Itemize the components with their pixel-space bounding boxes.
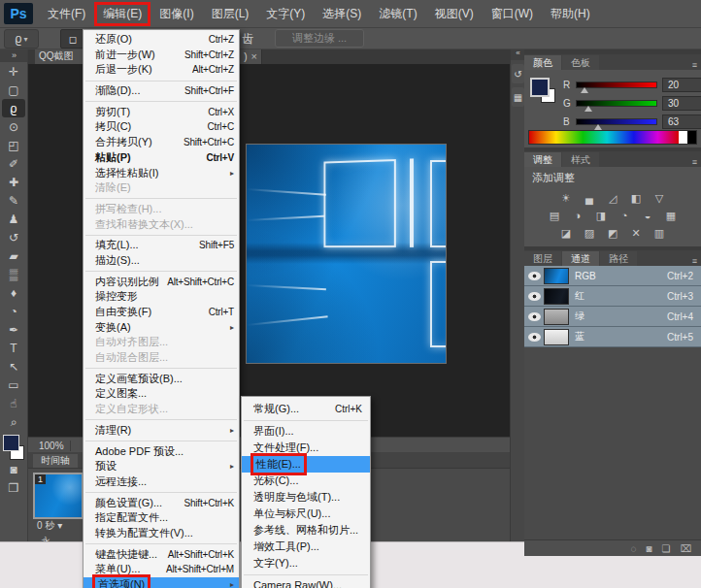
menu-edit[interactable]: 编辑(E) (94, 2, 150, 26)
submenu-item-camera-raw[interactable]: Camera Raw(W)... (242, 577, 370, 588)
close-icon[interactable]: × (251, 50, 257, 62)
submenu-item-type[interactable]: 文字(Y)... (242, 555, 370, 572)
panel-menu-icon[interactable]: ≡ (688, 157, 701, 167)
menu-item-adobe-pdf-presets[interactable]: Adobe PDF 预设... (83, 444, 239, 460)
expand-dock-button[interactable]: « (511, 49, 525, 60)
timeline-frame[interactable]: 1 (33, 473, 83, 519)
screen-mode-button[interactable]: ❐ (2, 478, 25, 497)
threshold-icon[interactable]: ◩ (605, 226, 621, 240)
menu-image[interactable]: 图像(I) (150, 2, 202, 26)
levels-icon[interactable]: ▄ (582, 191, 598, 205)
history-brush-tool[interactable]: ↺ (2, 228, 25, 246)
blur-tool[interactable]: ♦ (2, 283, 25, 302)
eraser-tool[interactable]: ▰ (2, 246, 25, 265)
menu-item-step-backward[interactable]: 后退一步(K)Alt+Ctrl+Z (83, 62, 239, 78)
menu-window[interactable]: 窗口(W) (483, 2, 542, 26)
menu-item-paste-special[interactable]: 选择性粘贴(I)▸ (83, 166, 239, 181)
crop-tool[interactable]: ◰ (2, 136, 25, 154)
frame-duration[interactable]: 0 秒 ▾ (37, 519, 62, 533)
submenu-item-transparency-gamut[interactable]: 透明度与色域(T)... (242, 489, 370, 506)
color-lookup-icon[interactable]: ▦ (663, 209, 680, 222)
tab-layers[interactable]: 图层 (524, 251, 561, 266)
spectrum-gradient[interactable] (529, 131, 679, 144)
menu-item-preferences[interactable]: 首选项(N)▸ (83, 577, 239, 588)
menu-help[interactable]: 帮助(H) (542, 2, 599, 26)
menu-item-paste[interactable]: 粘贴(P)Ctrl+V (83, 150, 239, 166)
menu-item-define-custom-shape[interactable]: 定义自定形状... (83, 402, 239, 417)
history-panel-button[interactable]: ↺ (512, 64, 524, 83)
red-value-field[interactable]: 20 (662, 78, 701, 92)
white-cell[interactable] (679, 131, 687, 144)
blue-slider[interactable] (576, 118, 657, 125)
slider-knob[interactable] (584, 106, 592, 112)
delete-channel-button[interactable]: ⌧ (680, 543, 691, 554)
panel-menu-icon[interactable]: ≡ (688, 256, 701, 266)
red-slider[interactable] (576, 82, 657, 88)
black-white-icon[interactable]: ◨ (593, 209, 610, 222)
menu-item-free-transform[interactable]: 自由变换(F)Ctrl+T (83, 305, 239, 320)
channel-mixer-icon[interactable]: ◒ (640, 209, 656, 222)
curves-icon[interactable]: ◿ (605, 191, 621, 205)
path-selection-tool[interactable]: ↖ (2, 357, 25, 376)
hue-saturation-icon[interactable]: ▤ (547, 209, 563, 222)
menu-file[interactable]: 文件(F) (39, 2, 94, 26)
submenu-item-guides-grid-slices[interactable]: 参考线、网格和切片... (242, 522, 370, 539)
menu-select[interactable]: 选择(S) (314, 2, 370, 26)
document-image[interactable] (246, 144, 447, 364)
eyedropper-tool[interactable]: ✐ (2, 154, 25, 173)
menu-item-keyboard-shortcuts[interactable]: 键盘快捷键...Alt+Shift+Ctrl+K (83, 547, 239, 563)
channel-row-red[interactable]: 红 Ctrl+3 (524, 286, 701, 307)
tab-styles[interactable]: 样式 (562, 152, 599, 167)
dodge-tool[interactable]: ◔ (2, 302, 25, 320)
menu-filter[interactable]: 滤镜(T) (370, 2, 425, 26)
blue-value-field[interactable]: 63 (662, 114, 701, 129)
green-slider[interactable] (576, 100, 657, 107)
tab-paths[interactable]: 路径 (600, 251, 637, 266)
channel-row-rgb[interactable]: RGB Ctrl+2 (524, 266, 701, 286)
menu-item-presets[interactable]: 预设▸ (83, 459, 239, 474)
brush-tool[interactable]: ✎ (2, 191, 25, 210)
gradient-map-icon[interactable]: ▥ (651, 226, 668, 240)
menu-item-auto-align-layers[interactable]: 自动对齐图层... (83, 335, 239, 350)
invert-icon[interactable]: ◪ (558, 226, 575, 240)
channel-row-blue[interactable]: 蓝 Ctrl+5 (524, 327, 701, 347)
hand-tool[interactable]: ☝ (2, 394, 25, 412)
submenu-item-performance[interactable]: 性能(E)... (242, 456, 370, 473)
tool-preset-picker[interactable]: ϱ ▾ (4, 29, 39, 49)
menu-item-auto-blend-layers[interactable]: 自动混合图层... (83, 350, 239, 366)
color-balance-icon[interactable]: ◑ (570, 209, 586, 222)
menu-layer[interactable]: 图层(L) (203, 2, 258, 26)
menu-item-transform[interactable]: 变换(A)▸ (83, 320, 239, 336)
brightness-contrast-icon[interactable]: ☀ (558, 191, 575, 205)
menu-type[interactable]: 文字(Y) (257, 2, 314, 26)
visibility-toggle[interactable] (524, 272, 544, 280)
menu-item-convert-to-profile[interactable]: 转换为配置文件(V)... (83, 526, 239, 541)
visibility-toggle[interactable] (524, 312, 544, 321)
menu-item-copy[interactable]: 拷贝(C)Ctrl+C (83, 119, 239, 135)
menu-item-assign-profile[interactable]: 指定配置文件... (83, 510, 239, 526)
zoom-tool[interactable]: ⌕ (2, 412, 25, 431)
menu-view[interactable]: 视图(V) (426, 2, 483, 26)
menu-item-step-forward[interactable]: 前进一步(W)Shift+Ctrl+Z (83, 48, 239, 63)
menu-item-check-spelling[interactable]: 拼写检查(H)... (83, 202, 239, 217)
panel-menu-icon[interactable]: ≡ (688, 60, 701, 70)
new-channel-button[interactable]: ❏ (662, 543, 671, 554)
type-tool[interactable]: T (2, 339, 25, 357)
photo-filter-icon[interactable]: ◔ (617, 209, 633, 222)
submenu-item-plug-ins[interactable]: 增效工具(P)... (242, 539, 370, 555)
visibility-toggle[interactable] (524, 333, 544, 342)
move-tool[interactable]: ✛ (2, 62, 25, 81)
color-spectrum-bar[interactable] (528, 130, 697, 145)
menu-item-content-aware-scale[interactable]: 内容识别比例Alt+Shift+Ctrl+C (83, 275, 239, 290)
foreground-color-swatch[interactable] (530, 78, 550, 97)
tab-adjustments[interactable]: 调整 (524, 152, 561, 167)
menu-item-define-brush-preset[interactable]: 定义画笔预设(B)... (83, 372, 239, 387)
menu-item-undo[interactable]: 还原(O)Ctrl+Z (83, 32, 239, 48)
selective-color-icon[interactable]: ✕ (628, 226, 645, 240)
submenu-item-general[interactable]: 常规(G)...Ctrl+K (242, 401, 370, 417)
exposure-icon[interactable]: ◧ (628, 191, 645, 205)
lasso-tool[interactable]: ϱ (2, 99, 25, 117)
foreground-color-swatch[interactable] (3, 435, 19, 451)
clone-stamp-tool[interactable]: ♟ (2, 210, 25, 228)
menu-item-copy-merged[interactable]: 合并拷贝(Y)Shift+Ctrl+C (83, 135, 239, 150)
